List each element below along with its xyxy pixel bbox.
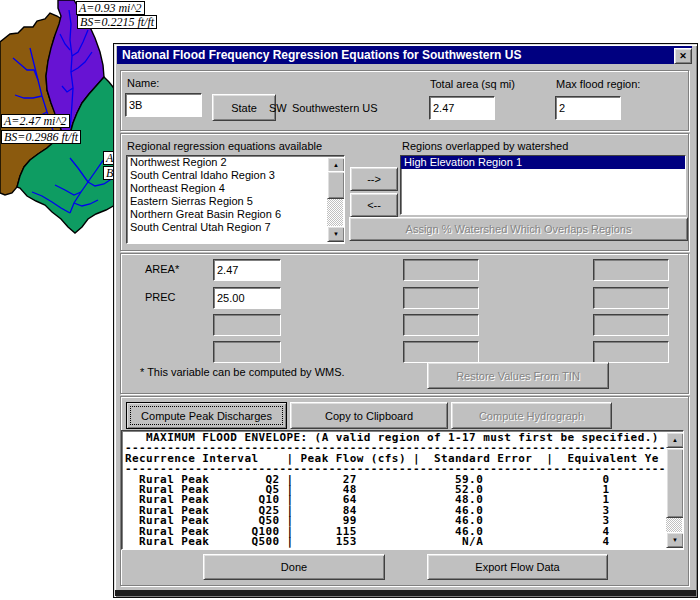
empty-variable-field [403, 287, 479, 309]
done-button[interactable]: Done [203, 554, 385, 580]
available-regions-label: Regional regression equations available [127, 140, 322, 152]
prec-value-input[interactable] [213, 287, 281, 309]
close-button[interactable]: ✕ [674, 48, 692, 64]
empty-variable-field [403, 314, 479, 336]
restore-values-label: Restore Values From TIN [456, 370, 580, 382]
list-item[interactable]: Eastern Sierras Region 5 [127, 195, 327, 208]
name-input[interactable] [125, 93, 202, 117]
overlapped-regions-label: Regions overlapped by watershed [402, 140, 568, 152]
compute-hydrograph-button[interactable]: Compute Hydrograph [451, 402, 612, 429]
list-item[interactable]: Northern Great Basin Region 6 [127, 208, 327, 221]
map-label-upper-slope: BS=0.2215 ft/ft [77, 15, 157, 29]
output-line: Rural Peak Q500 | 153 N/A 4 [125, 535, 610, 548]
close-icon: ✕ [679, 51, 687, 61]
map-label-basin-slope: BS=0.2986 ft/ft [1, 130, 81, 144]
state-button-label: State [231, 102, 257, 114]
state-name: Southwestern US [292, 102, 378, 114]
state-code: SW [269, 102, 287, 114]
output-scrollbar[interactable]: ▲ ▼ [666, 432, 682, 548]
scrollbar-thumb[interactable] [666, 448, 684, 518]
available-regions-scrollbar[interactable]: ▲ ▼ [327, 157, 343, 242]
copy-to-clipboard-button[interactable]: Copy to Clipboard [290, 402, 448, 429]
flood-envelope-text: MAXIMUM FLOOD ENVELOPE: (A valid region … [125, 433, 665, 549]
scroll-up-icon[interactable]: ▲ [666, 432, 684, 448]
dialog-title: National Flood Frequency Regression Equa… [122, 48, 521, 62]
scroll-down-icon[interactable]: ▼ [327, 226, 345, 242]
total-area-label: Total area (sq mi) [430, 78, 515, 90]
compute-hydrograph-label: Compute Hydrograph [479, 410, 584, 422]
prec-variable-label: PREC [145, 291, 176, 303]
copy-clipboard-label: Copy to Clipboard [325, 410, 413, 422]
empty-variable-field [213, 341, 281, 363]
overlapped-regions-listbox[interactable]: High Elevation Region 1 [400, 155, 686, 215]
title-bar[interactable]: National Flood Frequency Regression Equa… [117, 46, 692, 64]
list-item[interactable]: South Central Idaho Region 3 [127, 169, 327, 182]
compute-peak-discharges-button[interactable]: Compute Peak Discharges [126, 402, 287, 429]
total-area-input[interactable] [429, 96, 495, 120]
max-flood-region-label: Max flood region: [556, 78, 640, 90]
available-regions-listbox[interactable]: Northwest Region 2 South Central Idaho R… [126, 155, 345, 244]
map-label-basin-area: A=2.47 mi^2 [1, 114, 70, 128]
assign-percent-button[interactable]: Assign % Watershed Which Overlaps Region… [349, 217, 688, 241]
area-variable-label: AREA* [145, 263, 179, 275]
wms-note: * This variable can be computed by WMS. [140, 366, 345, 378]
scroll-down-icon[interactable]: ▼ [666, 532, 684, 548]
list-item[interactable]: Northwest Region 2 [127, 156, 327, 169]
empty-variable-field [403, 341, 479, 363]
empty-variable-field [403, 259, 479, 281]
restore-values-button[interactable]: Restore Values From TIN [427, 362, 609, 389]
empty-variable-field [213, 314, 281, 336]
scroll-up-glyph: ▲ [333, 162, 339, 168]
move-left-arrow-icon: <-- [367, 199, 381, 211]
move-left-button[interactable]: <-- [350, 193, 398, 217]
max-flood-region-input[interactable] [555, 96, 621, 120]
empty-variable-field [593, 259, 669, 281]
empty-variable-field [593, 287, 669, 309]
area-value-input[interactable] [213, 259, 281, 281]
scrollbar-thumb[interactable] [327, 171, 345, 199]
list-item-selected[interactable]: High Elevation Region 1 [401, 156, 685, 169]
nff-regression-dialog: National Flood Frequency Regression Equa… [113, 43, 698, 598]
empty-variable-field [593, 314, 669, 336]
scroll-down-glyph: ▼ [672, 537, 678, 543]
screen: A=0.93 mi^2 BS=0.2215 ft/ft A=2.47 mi^2 … [0, 0, 700, 600]
export-flow-data-button[interactable]: Export Flow Data [427, 554, 608, 580]
export-flow-label: Export Flow Data [475, 561, 559, 573]
flood-envelope-output[interactable]: MAXIMUM FLOOD ENVELOPE: (A valid region … [121, 430, 684, 550]
list-item[interactable]: South Central Utah Region 7 [127, 221, 327, 234]
dialog-bottom-border [115, 590, 696, 596]
assign-percent-label: Assign % Watershed Which Overlaps Region… [406, 223, 632, 235]
move-right-button[interactable]: --> [350, 167, 398, 191]
list-item[interactable]: Northeast Region 4 [127, 182, 327, 195]
done-label: Done [281, 561, 307, 573]
state-button[interactable]: State [212, 94, 276, 121]
scroll-down-glyph: ▼ [333, 231, 339, 237]
scroll-up-glyph: ▲ [672, 437, 678, 443]
compute-peak-label: Compute Peak Discharges [141, 410, 272, 422]
move-right-arrow-icon: --> [367, 173, 381, 185]
empty-variable-field [593, 341, 669, 363]
map-label-upper-area: A=0.93 mi^2 [76, 1, 145, 15]
name-label: Name: [127, 77, 159, 89]
